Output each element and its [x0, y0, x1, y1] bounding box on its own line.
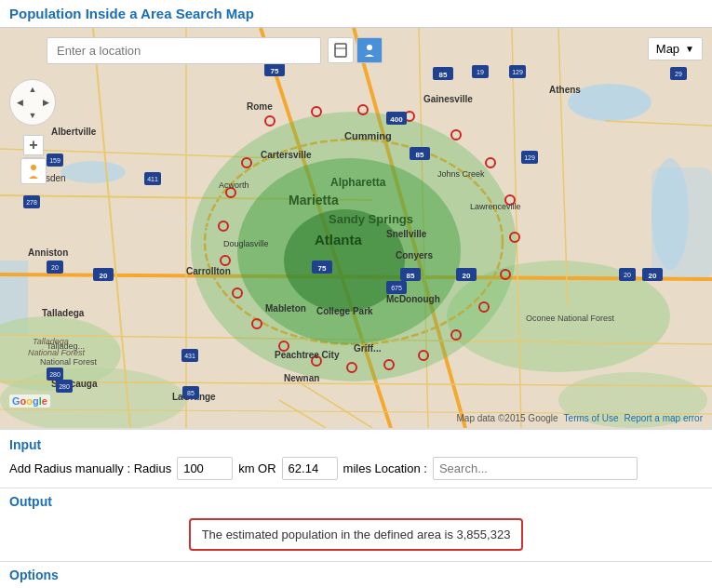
svg-text:College Park: College Park [316, 306, 373, 316]
svg-text:Anniston: Anniston [28, 247, 68, 258]
radius-label: Add Radius manually : Radius [9, 461, 171, 475]
svg-text:National Forest: National Forest [28, 348, 86, 357]
miles-input[interactable] [282, 457, 338, 480]
svg-text:Alpharetta: Alpharetta [330, 176, 386, 189]
svg-text:Conyers: Conyers [396, 250, 433, 261]
svg-text:20: 20 [51, 264, 59, 271]
report-map-error-link[interactable]: Report a map error [625, 413, 703, 423]
map-location-input[interactable] [47, 37, 321, 64]
svg-point-133 [367, 45, 372, 50]
options-section-label: Options [9, 568, 703, 582]
input-section: Input Add Radius manually : Radius km OR… [0, 428, 712, 488]
svg-text:Rome: Rome [247, 101, 273, 112]
km-label: km OR [238, 461, 275, 475]
map-icons-bar [328, 37, 383, 63]
output-result-text: The estimated population in the defined … [202, 528, 511, 541]
svg-text:Talladega: Talladega [42, 308, 85, 318]
svg-text:Athens: Athens [549, 85, 581, 95]
svg-text:20: 20 [624, 272, 631, 278]
svg-text:Douglasville: Douglasville [223, 239, 269, 248]
svg-text:Carrollton: Carrollton [186, 266, 231, 276]
svg-text:129: 129 [524, 154, 535, 161]
svg-text:Sandy Springs: Sandy Springs [329, 212, 413, 226]
nav-circle[interactable]: ▲ ◀ ▶ ▼ [9, 79, 56, 126]
svg-point-4 [60, 161, 126, 183]
terms-of-use-link[interactable]: Terms of Use [564, 413, 619, 423]
svg-text:280: 280 [49, 371, 60, 378]
page-title: Population Inside a Area Search Map [0, 0, 712, 28]
output-section-label: Output [9, 494, 703, 509]
svg-text:29: 29 [675, 71, 682, 77]
svg-text:85: 85 [439, 71, 448, 79]
nav-right-arrow[interactable]: ▶ [39, 96, 52, 109]
input-section-label: Input [9, 437, 703, 452]
svg-text:Johns Creek: Johns Creek [437, 169, 485, 179]
input-row: Add Radius manually : Radius km OR miles… [9, 457, 703, 480]
svg-text:Mableton: Mableton [265, 303, 306, 314]
svg-text:Gainesville: Gainesville [423, 94, 473, 104]
location-search-input[interactable] [433, 457, 638, 480]
zoom-in-button[interactable]: + [23, 135, 44, 155]
map-search-bar[interactable] [47, 37, 321, 64]
svg-text:Newnan: Newnan [284, 373, 319, 383]
radius-input[interactable] [177, 457, 233, 480]
svg-rect-3 [652, 167, 712, 279]
options-section: Options Find Population Full Screen Zoom… [0, 561, 712, 588]
svg-text:400: 400 [390, 115, 403, 124]
svg-text:Acworth: Acworth [219, 180, 249, 190]
output-result-box: The estimated population in the defined … [189, 518, 524, 551]
output-section: Output The estimated population in the d… [0, 488, 712, 561]
svg-text:Cumming: Cumming [344, 130, 392, 141]
map-type-selector[interactable]: Map ▼ [648, 37, 703, 60]
nav-up-arrow[interactable]: ▲ [26, 83, 39, 96]
svg-text:129: 129 [512, 69, 523, 75]
svg-text:85: 85 [187, 390, 195, 396]
svg-text:Atlanta: Atlanta [315, 232, 362, 247]
svg-text:20: 20 [649, 272, 657, 280]
svg-text:75: 75 [318, 264, 327, 273]
map-container[interactable]: 20 20 20 75 75 85 85 85 400 Albertville … [0, 28, 712, 428]
svg-rect-132 [335, 44, 346, 57]
svg-text:20: 20 [463, 272, 471, 280]
svg-text:159: 159 [49, 157, 60, 164]
svg-text:280: 280 [59, 383, 70, 390]
nav-left-arrow[interactable]: ◀ [13, 96, 26, 109]
svg-text:85: 85 [407, 272, 415, 280]
street-view-button[interactable] [20, 158, 47, 184]
svg-text:278: 278 [26, 199, 37, 206]
map-street-view-icon[interactable] [356, 37, 383, 63]
svg-text:Griff...: Griff... [354, 343, 382, 354]
svg-point-134 [31, 165, 36, 170]
svg-text:Talladega: Talladega [33, 337, 69, 346]
svg-text:431: 431 [184, 353, 195, 359]
svg-text:Lawrenceville: Lawrenceville [470, 202, 521, 211]
svg-text:Peachtree City: Peachtree City [275, 350, 340, 360]
miles-label: miles Location : [343, 461, 427, 475]
svg-text:Oconee National Forest: Oconee National Forest [526, 314, 615, 323]
svg-text:85: 85 [416, 151, 424, 159]
map-attribution: Map data ©2015 Google Terms of Use Repor… [456, 413, 703, 423]
svg-text:National Forest: National Forest [40, 357, 98, 367]
svg-text:Marietta: Marietta [289, 193, 339, 207]
svg-text:411: 411 [147, 176, 158, 182]
svg-text:McDonough: McDonough [386, 294, 440, 304]
svg-text:Albertville: Albertville [51, 127, 97, 137]
svg-text:75: 75 [271, 67, 279, 75]
google-logo: Google [9, 394, 50, 408]
svg-text:Snellville: Snellville [386, 229, 427, 239]
svg-text:20: 20 [100, 272, 108, 280]
svg-text:675: 675 [391, 285, 402, 291]
map-bookmark-icon[interactable] [328, 37, 354, 63]
svg-text:19: 19 [477, 69, 484, 75]
svg-text:Cartersville: Cartersville [261, 150, 312, 160]
nav-down-arrow[interactable]: ▼ [26, 109, 39, 122]
nav-controls: ▲ ◀ ▶ ▼ [9, 79, 56, 126]
